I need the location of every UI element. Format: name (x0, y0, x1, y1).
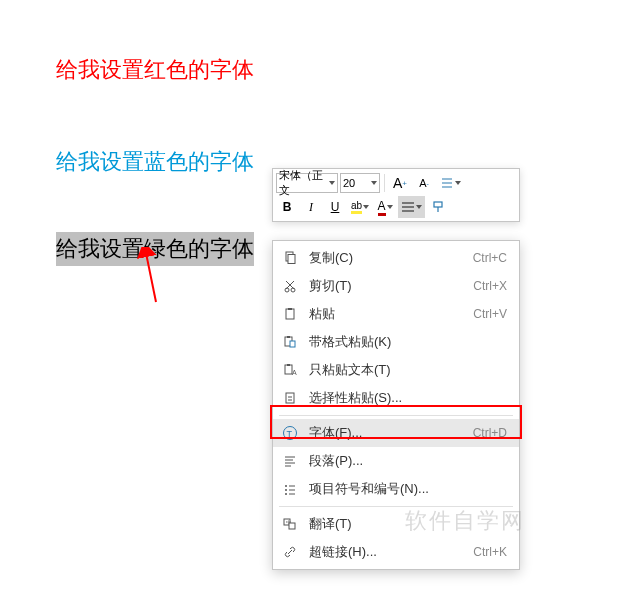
align-button[interactable] (398, 196, 425, 218)
svg-rect-2 (434, 202, 442, 207)
italic-button[interactable]: I (300, 196, 322, 218)
font-size-value: 20 (343, 177, 355, 189)
document-area: 给我设置红色的字体 给我设置蓝色的字体 给我设置绿色的字体 (0, 0, 623, 266)
decrease-font-button[interactable]: A- (413, 172, 435, 194)
menu-bullets[interactable]: 项目符号和编号(N)... (273, 475, 519, 503)
menu-shortcut: Ctrl+V (473, 307, 507, 321)
svg-point-19 (285, 489, 287, 491)
chevron-down-icon (363, 205, 369, 209)
menu-shortcut: Ctrl+K (473, 545, 507, 559)
menu-label: 翻译(T) (309, 515, 507, 533)
menu-label: 复制(C) (309, 249, 463, 267)
menu-translate[interactable]: 中 翻译(T) (273, 510, 519, 538)
text-red-line: 给我设置红色的字体 (56, 55, 623, 85)
context-menu: 复制(C) Ctrl+C 剪切(T) Ctrl+X 粘贴 Ctrl+V 带格式粘… (272, 240, 520, 570)
menu-label: 剪切(T) (309, 277, 463, 295)
clipboard-format-icon (281, 333, 299, 351)
font-size-select[interactable]: 20 (340, 173, 380, 193)
copy-icon (281, 249, 299, 267)
menu-paste-special[interactable]: 选择性粘贴(S)... (273, 384, 519, 412)
menu-cut[interactable]: 剪切(T) Ctrl+X (273, 272, 519, 300)
chevron-down-icon (387, 205, 393, 209)
menu-paste-format[interactable]: 带格式粘贴(K) (273, 328, 519, 356)
font-name-select[interactable]: 宋体（正文 (276, 173, 338, 193)
clipboard-special-icon (281, 389, 299, 407)
svg-rect-7 (286, 309, 294, 319)
menu-font[interactable]: T 字体(F)... Ctrl+D (273, 419, 519, 447)
font-color-button[interactable]: A (374, 196, 396, 218)
svg-rect-8 (288, 308, 292, 310)
increase-font-button[interactable]: A+ (389, 172, 411, 194)
svg-text:中: 中 (286, 519, 291, 525)
underline-button[interactable]: U (324, 196, 346, 218)
svg-rect-10 (287, 336, 290, 338)
svg-point-20 (285, 493, 287, 495)
menu-copy[interactable]: 复制(C) Ctrl+C (273, 244, 519, 272)
bold-button[interactable]: B (276, 196, 298, 218)
menu-label: 只粘贴文本(T) (309, 361, 507, 379)
menu-paragraph[interactable]: 段落(P)... (273, 447, 519, 475)
selected-text[interactable]: 给我设置绿色的字体 (56, 232, 254, 266)
chevron-down-icon (371, 181, 377, 185)
menu-label: 字体(F)... (309, 424, 463, 442)
font-icon: T (281, 424, 299, 442)
menu-label: 粘贴 (309, 305, 463, 323)
divider (384, 174, 385, 192)
font-name-value: 宋体（正文 (279, 168, 328, 198)
highlight-button[interactable]: ab (348, 196, 372, 218)
svg-point-18 (285, 485, 287, 487)
svg-rect-15 (286, 393, 294, 403)
chevron-down-icon (416, 205, 422, 209)
paragraph-icon (281, 452, 299, 470)
clipboard-text-icon: A (281, 361, 299, 379)
menu-paste-text[interactable]: A 只粘贴文本(T) (273, 356, 519, 384)
svg-rect-11 (290, 341, 295, 347)
menu-label: 带格式粘贴(K) (309, 333, 507, 351)
svg-rect-13 (287, 364, 290, 366)
svg-text:T: T (287, 429, 293, 439)
menu-label: 选择性粘贴(S)... (309, 389, 507, 407)
menu-label: 项目符号和编号(N)... (309, 480, 507, 498)
menu-separator (279, 506, 513, 507)
list-icon (281, 480, 299, 498)
clipboard-icon (281, 305, 299, 323)
scissors-icon (281, 277, 299, 295)
link-icon (281, 543, 299, 561)
svg-rect-12 (285, 365, 292, 374)
menu-shortcut: Ctrl+C (473, 251, 507, 265)
line-spacing-button[interactable] (437, 172, 464, 194)
menu-shortcut: Ctrl+D (473, 426, 507, 440)
menu-hyperlink[interactable]: 超链接(H)... Ctrl+K (273, 538, 519, 566)
translate-icon: 中 (281, 515, 299, 533)
chevron-down-icon (455, 181, 461, 185)
format-painter-button[interactable] (427, 196, 449, 218)
svg-rect-4 (288, 255, 295, 264)
menu-shortcut: Ctrl+X (473, 279, 507, 293)
chevron-down-icon (329, 181, 335, 185)
menu-label: 超链接(H)... (309, 543, 463, 561)
menu-separator (279, 415, 513, 416)
mini-format-toolbar: 宋体（正文 20 A+ A- B I U ab A (272, 168, 520, 222)
menu-paste[interactable]: 粘贴 Ctrl+V (273, 300, 519, 328)
svg-text:A: A (292, 369, 297, 376)
menu-label: 段落(P)... (309, 452, 507, 470)
